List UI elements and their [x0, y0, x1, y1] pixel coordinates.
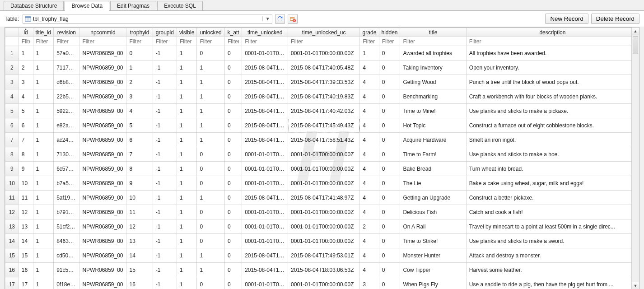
cell-title[interactable]: Acquire Hardware [400, 133, 466, 147]
cell-k_att[interactable]: 0 [224, 61, 242, 75]
cell-npcommid[interactable]: NPWR06859_00 [79, 75, 126, 89]
cell-time_unlocked_uc[interactable]: 2015-08-04T17:45:49.43Z [288, 118, 360, 133]
cell-id[interactable]: 8 [19, 147, 33, 162]
cell-visible[interactable]: 1 [177, 75, 197, 89]
cell-k_att[interactable]: 0 [224, 219, 242, 234]
cell-time_unlocked[interactable]: 0001-01-01T00:... [242, 277, 288, 289]
cell-trophyid[interactable]: 10 [126, 191, 153, 205]
cell-description[interactable]: Bake a cake using wheat, sugar, milk and… [466, 176, 639, 191]
cell-title[interactable]: Time to Mine! [400, 104, 466, 118]
cell-description[interactable]: Construct a furnace out of eight cobbles… [466, 118, 639, 133]
cell-title_id[interactable]: 1 [33, 176, 54, 191]
row-number[interactable]: 17 [5, 277, 19, 289]
scroll-up-icon[interactable]: ▲ [632, 28, 639, 35]
cell-id[interactable]: 13 [19, 219, 33, 234]
row-number[interactable]: 13 [5, 219, 19, 234]
cell-hidden[interactable]: 0 [379, 162, 400, 176]
cell-id[interactable]: 16 [19, 263, 33, 277]
cell-groupid[interactable]: -1 [153, 75, 177, 89]
table-row[interactable]: 12121b7911e...NPWR06859_0011-11000001-01… [5, 205, 639, 219]
table-row[interactable]: 10101b7a5c0...NPWR06859_009-11000001-01-… [5, 176, 639, 191]
table-row[interactable]: 331d6b863...NPWR06859_002-11102015-08-04… [5, 75, 639, 89]
cell-title_id[interactable]: 1 [33, 104, 54, 118]
filter-input-visible[interactable] [177, 37, 197, 46]
cell-title_id[interactable]: 1 [33, 89, 54, 104]
cell-groupid[interactable]: -1 [153, 147, 177, 162]
tab-browse-data[interactable]: Browse Data [65, 1, 109, 11]
column-header-revision[interactable]: revision [54, 28, 79, 37]
column-header-npcommid[interactable]: npcommid [79, 28, 126, 37]
row-number[interactable]: 11 [5, 191, 19, 205]
cell-id[interactable]: 3 [19, 75, 33, 89]
cell-groupid[interactable]: -1 [153, 219, 177, 234]
cell-hidden[interactable]: 0 [379, 61, 400, 75]
cell-time_unlocked[interactable]: 0001-01-01T00:... [242, 205, 288, 219]
cell-groupid[interactable]: -1 [153, 61, 177, 75]
cell-title[interactable]: Getting an Upgrade [400, 191, 466, 205]
cell-title[interactable]: Bake Bread [400, 162, 466, 176]
refresh-button[interactable] [275, 14, 285, 24]
cell-hidden[interactable]: 0 [379, 248, 400, 263]
cell-unlocked[interactable]: 1 [197, 263, 225, 277]
cell-hidden[interactable]: 0 [379, 277, 400, 289]
cell-time_unlocked[interactable]: 2015-08-04T17:... [242, 61, 288, 75]
cell-description[interactable]: Turn wheat into bread. [466, 162, 639, 176]
cell-title_id[interactable]: 1 [33, 191, 54, 205]
cell-revision[interactable]: 6c5718... [54, 162, 79, 176]
cell-k_att[interactable]: 0 [224, 118, 242, 133]
cell-grade[interactable]: 4 [360, 248, 379, 263]
tab-database-structure[interactable]: Database Structure [4, 1, 64, 10]
cell-visible[interactable]: 1 [177, 46, 197, 61]
cell-title[interactable]: Monster Hunter [400, 248, 466, 263]
cell-title[interactable]: Awarded all trophies [400, 46, 466, 61]
cell-trophyid[interactable]: 13 [126, 234, 153, 248]
cell-title_id[interactable]: 1 [33, 263, 54, 277]
cell-grade[interactable]: 4 [360, 234, 379, 248]
cell-time_unlocked_uc[interactable]: 2015-08-04T17:40:05.48Z [288, 61, 360, 75]
cell-visible[interactable]: 1 [177, 89, 197, 104]
cell-description[interactable]: Attack and destroy a monster. [466, 248, 639, 263]
vertical-scrollbar[interactable]: ▲ ▼ [631, 28, 639, 289]
cell-visible[interactable]: 1 [177, 219, 197, 234]
cell-groupid[interactable]: -1 [153, 277, 177, 289]
cell-title_id[interactable]: 1 [33, 248, 54, 263]
cell-k_att[interactable]: 0 [224, 75, 242, 89]
filter-input-revision[interactable] [54, 37, 79, 46]
cell-id[interactable]: 12 [19, 205, 33, 219]
cell-time_unlocked[interactable]: 2015-08-04T17:... [242, 104, 288, 118]
clear-filters-button[interactable] [288, 14, 298, 24]
cell-visible[interactable]: 1 [177, 147, 197, 162]
cell-groupid[interactable]: -1 [153, 162, 177, 176]
cell-time_unlocked_uc[interactable]: 2015-08-04T17:39:33.53Z [288, 75, 360, 89]
cell-npcommid[interactable]: NPWR06859_00 [79, 277, 126, 289]
cell-groupid[interactable]: -1 [153, 104, 177, 118]
cell-hidden[interactable]: 0 [379, 191, 400, 205]
cell-time_unlocked[interactable]: 0001-01-01T00:... [242, 147, 288, 162]
cell-time_unlocked[interactable]: 2015-08-04T17:... [242, 75, 288, 89]
cell-title_id[interactable]: 1 [33, 205, 54, 219]
scroll-track[interactable] [632, 35, 639, 282]
cell-visible[interactable]: 1 [177, 191, 197, 205]
cell-hidden[interactable]: 0 [379, 234, 400, 248]
cell-hidden[interactable]: 0 [379, 147, 400, 162]
column-header-id[interactable]: id▴ [19, 28, 33, 37]
cell-hidden[interactable]: 0 [379, 263, 400, 277]
cell-description[interactable]: Use a saddle to ride a pig, then have th… [466, 277, 639, 289]
table-row[interactable]: 881713023...NPWR06859_007-11000001-01-01… [5, 147, 639, 162]
column-header-unlocked[interactable]: unlocked [197, 28, 225, 37]
cell-id[interactable]: 10 [19, 176, 33, 191]
cell-unlocked[interactable]: 0 [197, 277, 225, 289]
column-header-visible[interactable]: visible [177, 28, 197, 37]
cell-unlocked[interactable]: 0 [197, 205, 225, 219]
table-row[interactable]: 1616191c524...NPWR06859_0015-11102015-08… [5, 263, 639, 277]
cell-visible[interactable]: 1 [177, 234, 197, 248]
tab-edit-pragmas[interactable]: Edit Pragmas [110, 1, 156, 10]
cell-title_id[interactable]: 1 [33, 234, 54, 248]
cell-npcommid[interactable]: NPWR06859_00 [79, 118, 126, 133]
cell-grade[interactable]: 4 [360, 162, 379, 176]
cell-time_unlocked_uc[interactable]: 0001-01-01T00:00:00.00Z [288, 147, 360, 162]
row-number[interactable]: 3 [5, 75, 19, 89]
tab-execute-sql[interactable]: Execute SQL [157, 1, 203, 10]
cell-id[interactable]: 2 [19, 61, 33, 75]
cell-time_unlocked_uc[interactable]: 2015-08-04T17:41:48.97Z [288, 191, 360, 205]
